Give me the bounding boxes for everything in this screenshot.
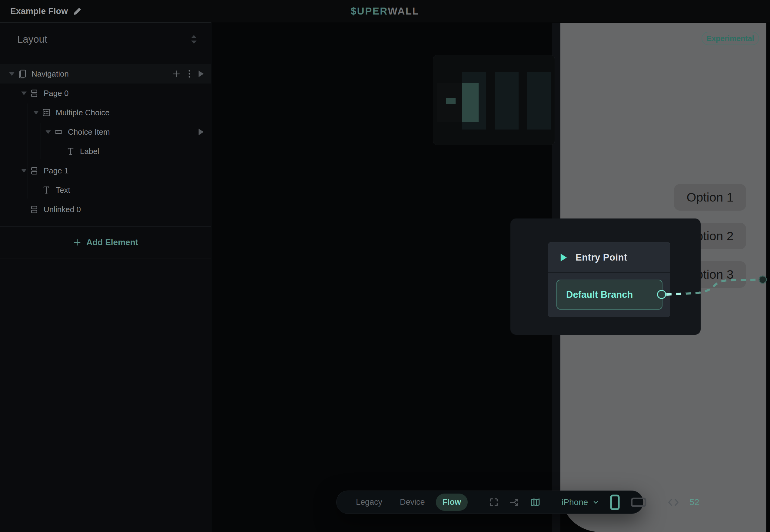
- tree-row-actions: [198, 122, 205, 142]
- flow-title-group: Example Flow: [10, 0, 81, 22]
- expand-caret-icon[interactable]: [31, 110, 41, 115]
- layout-panel-title: Layout: [17, 34, 47, 45]
- toolbar-divider: [478, 495, 478, 510]
- page-icon: [29, 204, 39, 215]
- screens-icon: [17, 69, 27, 79]
- preview-option-button-1[interactable]: Option 1: [674, 184, 746, 211]
- add-element-label: Add Element: [86, 238, 138, 247]
- flow-minimap[interactable]: [433, 55, 555, 145]
- device-select-dropdown[interactable]: iPhone: [561, 498, 600, 507]
- expand-caret-icon[interactable]: [19, 90, 29, 96]
- play-icon[interactable]: [198, 70, 205, 77]
- tree-row-label: Page 1: [44, 166, 68, 176]
- tree-row-label[interactable]: Label: [0, 142, 211, 161]
- toolbar-divider: [657, 495, 657, 510]
- list-icon: [41, 107, 51, 118]
- tree-row-text[interactable]: Text: [0, 180, 211, 200]
- tree-row-choice-item[interactable]: Choice Item: [0, 122, 211, 142]
- flow-connector-edge: [663, 272, 770, 299]
- tree-row-multiple-choice[interactable]: Multiple Choice: [0, 103, 211, 122]
- minimap-page-block: [527, 72, 551, 130]
- tree-row-label: Multiple Choice: [56, 108, 110, 117]
- device-select-label: iPhone: [561, 498, 588, 507]
- page-icon: [29, 88, 39, 98]
- tree-row-label: Text: [56, 186, 70, 195]
- tree-row-label: Page 0: [44, 89, 68, 98]
- mode-button-legacy[interactable]: Legacy: [349, 494, 389, 511]
- layout-panel: Layout NavigationPage 0Multiple ChoiceCh…: [0, 22, 212, 532]
- tree-row-label: Label: [80, 147, 99, 156]
- tree-row-label: Unlinked 0: [44, 205, 81, 214]
- add-element-button[interactable]: Add Element: [0, 226, 211, 258]
- default-branch-label: Default Branch: [566, 289, 633, 300]
- mode-switcher: LegacyDeviceFlow: [349, 494, 468, 511]
- mode-button-flow[interactable]: Flow: [436, 494, 468, 511]
- flow-title: Example Flow: [10, 6, 68, 16]
- landscape-orientation-icon[interactable]: [630, 497, 647, 507]
- edit-title-pencil-icon[interactable]: [73, 7, 81, 15]
- fullscreen-icon[interactable]: [489, 497, 499, 507]
- layer-tree: NavigationPage 0Multiple ChoiceChoice It…: [0, 56, 211, 219]
- superwall-logo: $UPERWALL: [351, 0, 419, 22]
- page-icon: [29, 166, 39, 176]
- tree-row-page-0[interactable]: Page 0: [0, 84, 211, 103]
- tree-row-label: Navigation: [31, 69, 69, 79]
- minimap-page-block: [495, 72, 518, 130]
- chevron-down-icon: [592, 499, 600, 506]
- tree-row-page-1[interactable]: Page 1: [0, 161, 211, 180]
- play-icon[interactable]: [198, 128, 205, 136]
- expand-caret-icon[interactable]: [7, 71, 17, 77]
- tree-indent-guide: [17, 84, 17, 212]
- code-count-badge[interactable]: 52: [689, 497, 699, 507]
- plus-icon[interactable]: [172, 69, 181, 78]
- share-flow-icon[interactable]: [509, 497, 519, 507]
- branch-output-port[interactable]: [657, 290, 666, 299]
- minimap-highlight-block: [462, 83, 479, 122]
- default-branch-button[interactable]: Default Branch: [556, 280, 663, 310]
- tree-row-unlinked-0[interactable]: Unlinked 0: [0, 200, 211, 219]
- experimental-badge: Experimental: [702, 32, 759, 45]
- entry-point-node[interactable]: Entry Point Default Branch: [548, 242, 670, 317]
- tree-indent-guide: [41, 123, 41, 159]
- entry-node-header: Entry Point: [548, 242, 670, 273]
- map-overview-icon[interactable]: [530, 497, 541, 507]
- tree-indent-guide: [28, 103, 28, 199]
- tree-indent-guide: [53, 142, 53, 159]
- plus-icon: [73, 238, 81, 247]
- tree-row-actions: [172, 64, 205, 84]
- sort-layers-icon[interactable]: [190, 34, 198, 44]
- text-icon: [65, 146, 76, 156]
- text-icon: [41, 185, 51, 195]
- connector-endpoint-dot: [759, 276, 766, 283]
- expand-caret-icon[interactable]: [43, 129, 53, 135]
- logo-rest-text: WALL: [388, 5, 419, 17]
- pill-icon: [53, 127, 64, 137]
- kebab-icon[interactable]: [187, 69, 191, 78]
- portrait-orientation-icon[interactable]: [610, 494, 620, 511]
- tree-row-navigation[interactable]: Navigation: [0, 64, 211, 84]
- layout-panel-header: Layout: [0, 23, 211, 56]
- code-view-icon[interactable]: [668, 498, 679, 507]
- logo-accent-text: $UPER: [351, 5, 388, 17]
- top-bar: Example Flow $UPERWALL: [0, 0, 770, 22]
- entry-node-title: Entry Point: [575, 252, 627, 263]
- view-toolbar: LegacyDeviceFlow iPhone: [336, 491, 643, 514]
- mode-button-device[interactable]: Device: [393, 494, 432, 511]
- minimap-highlight-dash: [446, 98, 456, 104]
- tree-row-label: Choice Item: [68, 127, 110, 137]
- play-triangle-icon: [560, 253, 567, 262]
